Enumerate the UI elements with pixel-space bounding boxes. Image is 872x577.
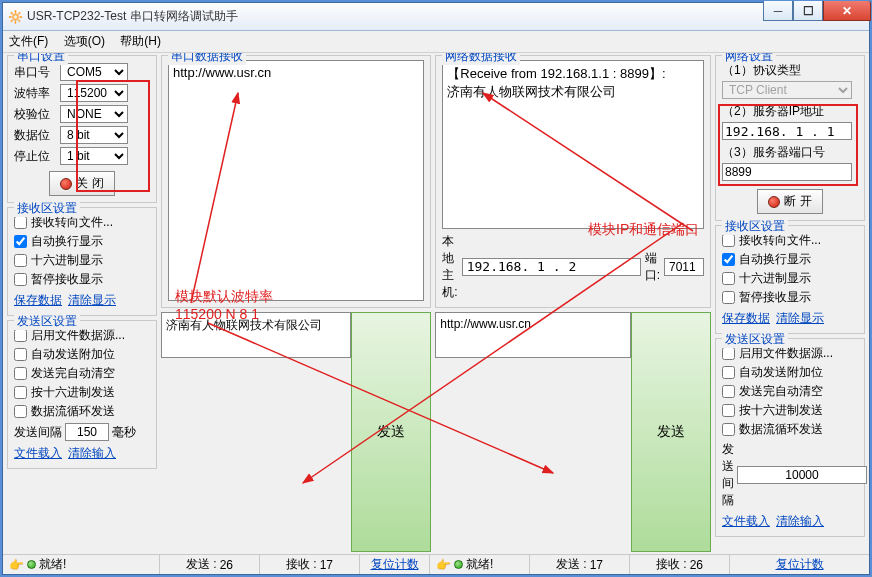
chk-clear-after-left[interactable]	[14, 367, 27, 380]
label-data: 数据位	[14, 127, 56, 144]
select-stop[interactable]: 1 bit	[60, 147, 128, 165]
serial-recv-textarea[interactable]: http://www.usr.cn	[168, 60, 424, 301]
chk-pause-recv-left[interactable]	[14, 273, 27, 286]
label-baud: 波特率	[14, 85, 56, 102]
input-interval-right[interactable]	[737, 466, 867, 484]
label-localport: 端口:	[645, 250, 660, 284]
input-localhost-port[interactable]	[664, 258, 704, 276]
select-baud[interactable]: 115200	[60, 84, 128, 102]
recv-group-title-right: 接收区设置	[722, 218, 788, 235]
label-server-port: （3）服务器端口号	[722, 144, 858, 161]
net-send-input[interactable]: http://www.usr.cn	[435, 312, 631, 358]
close-button[interactable]: ✕	[823, 1, 871, 21]
link-clear-disp-left[interactable]: 清除显示	[68, 292, 116, 309]
label-interval-right: 发送间隔	[722, 441, 734, 509]
ready-icon	[454, 560, 463, 569]
chk-recv-to-file-right[interactable]	[722, 234, 735, 247]
status-recv-right: 26	[690, 558, 703, 572]
link-save-data-left[interactable]: 保存数据	[14, 292, 62, 309]
send-group-title-left: 发送区设置	[14, 313, 80, 330]
serial-recv-group-title: 串口数据接收	[168, 53, 246, 65]
chk-loop-send-right[interactable]	[722, 423, 735, 436]
chk-file-src-left[interactable]	[14, 329, 27, 342]
ready-icon	[27, 560, 36, 569]
menu-options[interactable]: 选项(O)	[64, 34, 105, 48]
input-localhost-ip[interactable]	[462, 258, 641, 276]
status-send-left: 26	[220, 558, 233, 572]
chk-hex-recv-right[interactable]	[722, 272, 735, 285]
serial-close-button[interactable]: 关 闭	[49, 171, 114, 196]
annotation-ipport-text: 模块IP和通信端口	[588, 221, 699, 239]
link-clear-disp-right[interactable]: 清除显示	[776, 310, 824, 327]
label-server-ip: （2）服务器IP地址	[722, 103, 858, 120]
chk-recv-to-file-left[interactable]	[14, 216, 27, 229]
status-send-right: 17	[590, 558, 603, 572]
status-reset-right[interactable]: 复位计数	[729, 555, 869, 574]
link-load-file-left[interactable]: 文件载入	[14, 445, 62, 462]
label-localhost: 本地主机:	[442, 233, 457, 301]
minimize-button[interactable]: ─	[763, 1, 793, 21]
serial-group-title: 串口设置	[14, 53, 68, 65]
chk-auto-append-left[interactable]	[14, 348, 27, 361]
chk-file-src-right[interactable]	[722, 347, 735, 360]
app-icon: 🔆	[7, 9, 23, 25]
select-port[interactable]: COM5	[60, 63, 128, 81]
send-group-title-right: 发送区设置	[722, 331, 788, 348]
input-interval-left[interactable]	[65, 423, 109, 441]
menu-help[interactable]: 帮助(H)	[120, 34, 161, 48]
link-clear-input-left[interactable]: 清除输入	[68, 445, 116, 462]
chk-hex-send-right[interactable]	[722, 404, 735, 417]
status-ready-left: 就绪!	[39, 556, 66, 573]
input-server-port[interactable]	[722, 163, 852, 181]
input-server-ip[interactable]	[722, 122, 852, 140]
net-group-title: 网络设置	[722, 53, 776, 65]
label-port: 串口号	[14, 64, 56, 81]
maximize-button[interactable]: ☐	[793, 1, 823, 21]
label-stop: 停止位	[14, 148, 56, 165]
label-parity: 校验位	[14, 106, 56, 123]
link-clear-input-right[interactable]: 清除输入	[776, 513, 824, 530]
net-recv-group-title: 网络数据接收	[442, 53, 520, 65]
window-title: USR-TCP232-Test 串口转网络调试助手	[27, 8, 865, 25]
select-proto[interactable]: TCP Client	[722, 81, 852, 99]
record-icon	[60, 178, 72, 190]
status-ready-right: 就绪!	[466, 556, 493, 573]
annotation-baud-text: 模块默认波特率 115200 N 8 1	[175, 288, 273, 322]
net-disconnect-button[interactable]: 断 开	[757, 189, 822, 214]
chk-clear-after-right[interactable]	[722, 385, 735, 398]
select-parity[interactable]: NONE	[60, 105, 128, 123]
chk-auto-wrap-right[interactable]	[722, 253, 735, 266]
chk-auto-wrap-left[interactable]	[14, 235, 27, 248]
recv-group-title-left: 接收区设置	[14, 200, 80, 217]
net-recv-textarea[interactable]: 【Receive from 192.168.1.1 : 8899】: 济南有人物…	[442, 60, 704, 229]
link-save-data-right[interactable]: 保存数据	[722, 310, 770, 327]
chk-hex-recv-left[interactable]	[14, 254, 27, 267]
status-reset-left[interactable]: 复位计数	[359, 555, 429, 574]
chk-pause-recv-right[interactable]	[722, 291, 735, 304]
menu-file[interactable]: 文件(F)	[9, 34, 48, 48]
serial-send-button[interactable]: 发送	[351, 312, 431, 553]
net-send-button[interactable]: 发送	[631, 312, 711, 553]
chk-loop-send-left[interactable]	[14, 405, 27, 418]
link-load-file-right[interactable]: 文件载入	[722, 513, 770, 530]
record-icon	[768, 196, 780, 208]
select-data[interactable]: 8 bit	[60, 126, 128, 144]
chk-hex-send-left[interactable]	[14, 386, 27, 399]
label-interval-left: 发送间隔	[14, 424, 62, 441]
status-recv-left: 17	[320, 558, 333, 572]
chk-auto-append-right[interactable]	[722, 366, 735, 379]
